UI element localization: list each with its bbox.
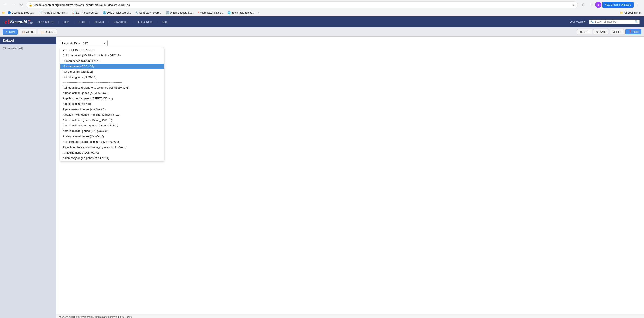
search-submit-icon[interactable]: 🔍 [635,20,638,24]
nav-help-docs[interactable]: Help & Docs [137,20,152,24]
logo-flag: east [28,22,33,24]
bookmark-item[interactable]: 🌐 DMLE+ Disease M... [101,11,132,15]
species-search-input[interactable] [595,20,634,23]
ensembl-logo-area: e ! Ensembl 🇺🇸 east BLAST/BLAT | VEP | T… [4,18,168,25]
new-icon: ✦ [6,30,8,34]
address-bar: 🔒 ★ [26,1,578,8]
bookmark-label: SoftSearch-sourc... [139,11,162,14]
count-label: Count [26,30,34,34]
bookmark-item[interactable]: 🔵 Download BioCyc... [6,11,36,15]
biomart-toolbar: ✦ New 📋 Count 📋 Results ★ URL ⚙ XML ⚙ Pe… [0,27,644,37]
main-panel: Ensembl Genes 112 ▼ - CHOOSE DATASET - C… [56,37,644,318]
count-button[interactable]: 📋 Count [19,29,36,34]
login-register-link[interactable]: Login/Register [570,20,586,23]
dropdown-item-american-bison[interactable]: American bison genes (Bison_UMD1.0) [60,117,164,123]
dropdown-item-rat[interactable]: Rat genes (mRatBN7.2) [60,69,164,74]
dropdown-item-choose[interactable]: - CHOOSE DATASET - [60,47,164,53]
dropdown-item-tortoise[interactable]: Abingdon island giant tortoise genes (AS… [60,85,164,90]
profile-avatar[interactable]: J [595,2,601,8]
help-label: Help [633,30,638,34]
help-button[interactable]: ❓ Help [625,29,642,34]
dropdown-item-chicken[interactable]: Chicken genes (bGalGal1.mat.broiler.GRCg… [60,53,164,58]
star-icon: ★ [580,30,582,34]
results-label: Results [45,30,54,34]
forward-button[interactable]: → [10,2,16,8]
all-bookmarks-button[interactable]: 📁 All Bookmarks [618,11,642,15]
bookmark-item[interactable]: 📊 1.8 - R-squared C... [70,11,100,15]
dropdown-item-zebrafish[interactable]: Zebrafish genes (GRCz11) [60,74,164,80]
bookmark-icon: 🔧 [135,11,138,14]
dropdown-item-asian-bonytongue[interactable]: Asian bonytongue genes (fSclFor1.1) [60,155,164,161]
help-icon: ❓ [628,30,632,34]
more-bookmarks-button[interactable]: » [256,11,261,15]
dropdown-item-mouse[interactable]: Mouse genes (GRCm39) [60,64,164,69]
secure-icon: 🔒 [29,3,32,6]
dropdown-item-ostrich[interactable]: African ostrich genes (ASM69896v1) [60,90,164,96]
nav-blast-blat[interactable]: BLAST/BLAT [37,20,54,24]
nav-divider: | [108,20,109,24]
dropdown-item-amazon-molly[interactable]: Amazon molly genes (Poecilia_formosa-5.1… [60,112,164,117]
menu-icon[interactable]: ⋮ [634,1,642,8]
dropdown-item-armadillo[interactable]: Armadillo genes (Dasnov3.0) [60,150,164,155]
bookmark-item[interactable]: 📄 Funny Sayings | sh... [37,11,69,15]
star-icon[interactable]: ★ [572,3,575,6]
nav-vep[interactable]: VEP [63,20,69,24]
dropdown-item-alpine-marmot[interactable]: Alpine marmot genes (marMar2.1) [60,106,164,112]
dataset-selector: Ensembl Genes 112 ▼ - CHOOSE DATASET - C… [60,40,640,46]
dropdown-separator: ----------------------------------------… [60,80,164,85]
perl-label: Perl [616,30,621,34]
dropdown-item-alpaca[interactable]: Alpaca genes (vicPac1) [60,101,164,106]
url-input[interactable] [34,3,571,6]
nav-divider: | [89,20,90,24]
url-button[interactable]: ★ URL [577,29,592,34]
dropdown-list: - CHOOSE DATASET - Chicken genes (bGalGa… [60,47,164,161]
dataset-select[interactable]: Ensembl Genes 112 [60,40,108,46]
bottom-note: sessions running for more than 5 minutes… [56,314,644,318]
dropdown-item-american-black-bear[interactable]: American black bear genes (ASM334442v1) [60,123,164,128]
bookmark-item[interactable]: 🌐 geom_bar. ggplot... [226,11,256,15]
all-bookmarks-label: All Bookmarks [624,11,640,14]
bookmarks-folder-icon: 📁 [2,11,5,14]
extensions-icon[interactable]: ⧉ [580,1,586,8]
dropdown-item-arabian-camel[interactable]: Arabian camel genes (CamDro2) [60,134,164,139]
bookmark-icon: 🌐 [228,11,231,14]
perl-icon: ⚙ [612,30,615,34]
bookmark-icon: 📊 [72,11,75,14]
reload-button[interactable]: ↻ [18,2,24,8]
new-button[interactable]: ✦ New [2,29,18,35]
dropdown-item-algerian-mouse[interactable]: Algerian mouse genes (SPRET_EiJ_v1) [60,96,164,101]
sidebar: Dataset [None selected] [0,37,56,318]
bookmark-label: Download BioCyc... [12,11,34,14]
perl-button[interactable]: ⚙ Perl [610,29,624,34]
dropdown-item-argentine-tegu[interactable]: Argentine black and white tegu genes (HL… [60,144,164,150]
cast-icon[interactable]: ⊡ [588,1,594,8]
xml-button[interactable]: ⚙ XML [593,29,608,34]
bookmark-item[interactable]: 🔧 SoftSearch-sourc... [133,11,163,15]
dropdown-item-human[interactable]: Human genes (GRCh38.p14) [60,58,164,64]
back-button[interactable]: ← [2,2,9,8]
bookmark-item[interactable]: R heatmap.2 | RDoc... [196,11,225,15]
nav-divider: | [132,20,132,24]
logo-e: e [4,18,7,25]
ensembl-nav: BLAST/BLAT | VEP | Tools | BioMart | Dow… [37,20,168,24]
results-button[interactable]: 📋 Results [38,29,57,34]
nav-blog[interactable]: Blog [162,20,168,24]
nav-divider: | [157,20,158,24]
browser-actions: ⧉ ⊡ J New Chrome available ⋮ [580,1,642,8]
bookmark-label: heatmap.2 | RDoc... [200,11,223,14]
bookmark-item[interactable]: 🔄 When Unequal Sa... [164,11,195,15]
bookmark-icon: 🔄 [166,11,169,14]
bookmarks-bar: 📁 🔵 Download BioCyc... 📄 Funny Sayings |… [0,10,644,16]
chrome-available-button[interactable]: New Chrome available [602,2,634,8]
nav-tools[interactable]: Tools [78,20,85,24]
bookmark-icon: 🔵 [8,11,11,14]
dataset-dropdown: Ensembl Genes 112 ▼ - CHOOSE DATASET - C… [60,40,108,46]
dropdown-item-american-mink[interactable]: American mink genes (NNQGG.v01) [60,128,164,134]
url-label: URL [584,30,589,34]
bookmark-label: geom_bar. ggplot... [232,11,254,14]
nav-biomart[interactable]: BioMart [94,20,104,24]
dropdown-item-arctic-squirrel[interactable]: Arctic ground squirrel genes (ASM342692v… [60,139,164,144]
folder-icon: 📁 [620,11,623,14]
ensembl-logo[interactable]: e ! Ensembl 🇺🇸 east [4,18,33,25]
nav-downloads[interactable]: Downloads [114,20,127,24]
